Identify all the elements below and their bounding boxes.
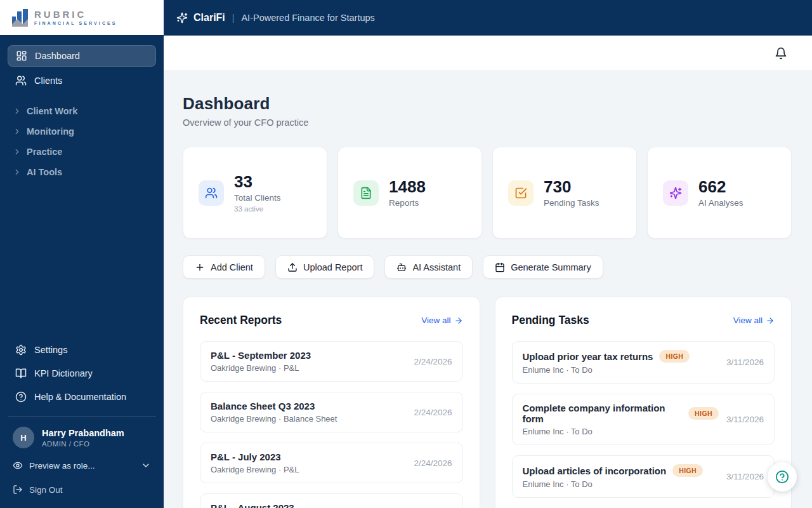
section-label: Monitoring — [27, 126, 74, 137]
ai-assistant-button[interactable]: AI Assistant — [384, 255, 473, 279]
help-circle-icon — [15, 391, 27, 403]
add-client-button[interactable]: Add Client — [183, 255, 265, 279]
report-row[interactable]: P&L - September 2023 Oakridge Brewing · … — [200, 341, 463, 382]
task-date: 3/11/2026 — [726, 472, 764, 481]
stat-value: 33 — [234, 173, 281, 191]
footer-item-label: KPI Dictionary — [34, 368, 93, 378]
action-label: AI Assistant — [412, 262, 461, 272]
upload-report-button[interactable]: Upload Report — [275, 255, 375, 279]
sign-out-button[interactable]: Sign Out — [8, 479, 156, 500]
user-role: ADMIN / CFO — [42, 440, 124, 448]
action-label: Add Client — [211, 262, 253, 272]
sidebar: RUBRIC FINANCIAL SERVICES Dashboard Clie… — [0, 0, 164, 508]
section-label: Client Work — [27, 106, 77, 116]
task-row[interactable]: Complete company information form HIGH E… — [512, 394, 775, 445]
gear-icon — [15, 344, 27, 356]
tasks-list: Upload prior year tax returns HIGH Enlum… — [512, 341, 775, 508]
stat-value: 1488 — [389, 178, 426, 196]
sidebar-section-client-work[interactable]: Client Work — [8, 101, 156, 121]
report-date: 2/24/2026 — [414, 357, 452, 366]
section-label: AI Tools — [27, 167, 62, 177]
brand-name: ClariFi — [193, 12, 225, 23]
chevron-down-icon — [141, 460, 151, 471]
company-logo: RUBRIC FINANCIAL SERVICES — [0, 0, 164, 35]
report-meta: Oakridge Brewing · P&L — [211, 465, 299, 474]
arrow-right-icon — [454, 316, 463, 325]
sidebar-item-help-documentation[interactable]: Help & Documentation — [8, 385, 156, 408]
sidebar-section-ai-tools[interactable]: AI Tools — [8, 162, 156, 182]
task-title: Complete company information form — [523, 403, 683, 424]
sidebar-divider — [8, 416, 156, 417]
report-meta: Oakridge Brewing · Balance Sheet — [211, 414, 337, 424]
dashboard-grid-icon — [16, 50, 27, 62]
reports-list: P&L - September 2023 Oakridge Brewing · … — [200, 341, 463, 508]
panels-row: Recent Reports View all P&L - September … — [183, 297, 792, 508]
page-content: Dashboard Overview of your CFO practice … — [164, 71, 812, 508]
stat-card-reports: 1488 Reports — [337, 147, 482, 239]
task-date: 3/11/2026 — [726, 415, 764, 424]
avatar: H — [13, 427, 34, 448]
stat-value: 730 — [544, 178, 599, 196]
priority-badge: HIGH — [672, 464, 703, 477]
bar-chart-logo-icon — [11, 8, 29, 28]
task-meta: Enlume Inc · To Do — [523, 365, 690, 375]
preview-label: Preview as role... — [29, 461, 95, 471]
task-title: Upload articles of incorporation — [523, 465, 667, 476]
report-title: P&L - July 2023 — [211, 451, 299, 462]
sparkles-icon — [176, 12, 188, 23]
task-meta: Enlume Inc · To Do — [523, 479, 704, 489]
stat-label: Total Clients — [234, 193, 281, 203]
report-row[interactable]: Balance Sheet Q3 2023 Oakridge Brewing ·… — [200, 392, 463, 432]
sidebar-item-settings[interactable]: Settings — [8, 338, 156, 361]
section-label: Practice — [27, 147, 62, 157]
user-name: Harry Prabandham — [42, 428, 124, 438]
help-circle-icon — [775, 470, 789, 484]
panel-title: Recent Reports — [200, 314, 282, 327]
brand-tagline: AI-Powered Finance for Startups — [241, 13, 374, 23]
user-profile[interactable]: H Harry Prabandham ADMIN / CFO — [8, 424, 156, 455]
recent-reports-panel: Recent Reports View all P&L - September … — [183, 297, 480, 508]
page-title: Dashboard — [183, 94, 792, 114]
stat-note: 33 active — [234, 205, 281, 213]
sidebar-section-monitoring[interactable]: Monitoring — [8, 121, 156, 142]
sidebar-item-clients[interactable]: Clients — [8, 70, 156, 91]
stat-label: AI Analyses — [698, 198, 743, 208]
brand-separator: | — [232, 13, 235, 23]
sidebar-item-kpi-dictionary[interactable]: KPI Dictionary — [8, 361, 156, 385]
report-title: P&L - August 2023 — [211, 502, 299, 508]
stats-row: 33 Total Clients 33 active 1488 Reports — [183, 147, 792, 239]
bell-icon — [775, 47, 787, 60]
task-row[interactable]: Upload prior year tax returns HIGH Enlum… — [512, 341, 775, 384]
stat-value: 662 — [698, 178, 743, 196]
notifications-button[interactable] — [770, 43, 792, 64]
sidebar-nav: Dashboard Clients — [0, 35, 164, 95]
logo-name: RUBRIC — [34, 9, 117, 20]
page-subtitle: Overview of your CFO practice — [183, 117, 792, 128]
users-icon — [199, 180, 224, 206]
help-fab-button[interactable] — [768, 462, 797, 491]
report-date: 2/24/2026 — [414, 458, 452, 468]
sidebar-item-dashboard[interactable]: Dashboard — [8, 45, 156, 67]
chevron-right-icon — [13, 147, 22, 156]
check-square-icon — [508, 180, 534, 206]
topbar: ClariFi | AI-Powered Finance for Startup… — [164, 0, 812, 36]
sidebar-section-practice[interactable]: Practice — [8, 142, 156, 162]
preview-as-role-select[interactable]: Preview as role... — [8, 455, 156, 476]
sidebar-item-label: Dashboard — [35, 51, 80, 61]
priority-badge: HIGH — [688, 407, 719, 420]
generate-summary-button[interactable]: Generate Summary — [483, 255, 603, 279]
view-all-reports-link[interactable]: View all — [421, 316, 462, 325]
arrow-right-icon — [766, 316, 775, 325]
report-row[interactable]: P&L - August 2023 Oakridge Brewing · P&L… — [200, 493, 463, 508]
footer-item-label: Help & Documentation — [34, 392, 126, 402]
users-icon — [15, 75, 27, 86]
view-all-label: View all — [733, 316, 763, 325]
sparkles-icon — [663, 180, 688, 206]
view-all-tasks-link[interactable]: View all — [733, 316, 775, 325]
priority-badge: HIGH — [659, 350, 690, 363]
task-row[interactable]: Upload articles of incorporation HIGH En… — [512, 455, 775, 498]
file-text-icon — [353, 180, 379, 206]
report-row[interactable]: P&L - July 2023 Oakridge Brewing · P&L 2… — [200, 443, 463, 483]
sidebar-item-label: Clients — [34, 76, 62, 86]
chevron-right-icon — [13, 168, 22, 177]
